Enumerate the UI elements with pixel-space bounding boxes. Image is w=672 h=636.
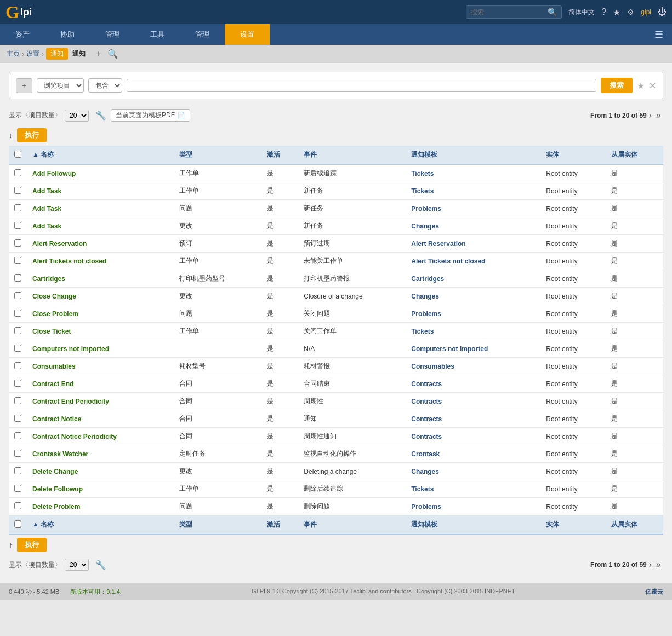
select-all-checkbox-footer[interactable] <box>14 520 21 528</box>
browse-field-select[interactable]: 浏览项目 <box>37 78 84 93</box>
row-name-0[interactable]: Add Followup <box>27 164 174 182</box>
row-name-8[interactable]: Close Problem <box>27 305 174 323</box>
row-name-2[interactable]: Add Task <box>27 200 174 217</box>
nav-manage[interactable]: 管理 <box>90 24 135 45</box>
global-search-button[interactable]: 🔍 <box>548 8 557 16</box>
col-entity-footer[interactable]: 实体 <box>540 515 606 535</box>
row-cb-19[interactable] <box>14 502 21 509</box>
nav-assist[interactable]: 协助 <box>45 24 90 45</box>
nav-settings[interactable]: 设置 <box>225 24 270 45</box>
search-text-input[interactable] <box>127 79 596 92</box>
row-name-17[interactable]: Delete Change <box>27 463 174 480</box>
col-event-footer[interactable]: 事件 <box>298 515 406 535</box>
execute-button-bottom[interactable]: 执行 <box>17 538 47 552</box>
row-name-16[interactable]: Crontask Watcher <box>27 445 174 463</box>
select-all-checkbox[interactable] <box>14 151 21 158</box>
row-name-14[interactable]: Contract Notice <box>27 410 174 428</box>
row-checkbox-1[interactable] <box>9 182 27 200</box>
row-name-19[interactable]: Delete Problem <box>27 498 174 515</box>
breadcrumb-home[interactable]: 主页 <box>7 49 20 59</box>
search-submit-button[interactable]: 搜索 <box>601 78 633 93</box>
nav-assets[interactable]: 资产 <box>0 24 45 45</box>
row-checkbox-16[interactable] <box>9 445 27 463</box>
col-active[interactable]: 激活 <box>261 146 299 164</box>
row-cb-12[interactable] <box>14 380 21 387</box>
col-event[interactable]: 事件 <box>298 146 406 164</box>
breadcrumb-notifications[interactable]: 通知 <box>46 48 68 60</box>
row-cb-16[interactable] <box>14 450 21 457</box>
select-all-footer[interactable] <box>9 515 27 535</box>
settings-gear-icon[interactable]: ⚙ <box>627 8 634 16</box>
row-name-12[interactable]: Contract End <box>27 375 174 393</box>
row-template-4[interactable]: Alert Reservation <box>406 235 540 253</box>
row-template-6[interactable]: Cartridges <box>406 270 540 288</box>
col-active-footer[interactable]: 激活 <box>261 515 299 535</box>
col-template-footer[interactable]: 通知模板 <box>406 515 540 535</box>
col-inherit-footer[interactable]: 从属实体 <box>606 515 663 535</box>
row-template-15[interactable]: Contracts <box>406 428 540 445</box>
row-cb-11[interactable] <box>14 362 21 369</box>
add-filter-button[interactable]: ＋ <box>16 78 32 93</box>
row-checkbox-11[interactable] <box>9 358 27 375</box>
global-search-input[interactable] <box>471 8 548 16</box>
row-checkbox-12[interactable] <box>9 375 27 393</box>
row-checkbox-14[interactable] <box>9 410 27 428</box>
last-page-button-bottom[interactable]: » <box>654 560 663 570</box>
breadcrumb-settings[interactable]: 设置 <box>26 49 39 59</box>
row-name-15[interactable]: Contract Notice Periodicity <box>27 428 174 445</box>
user-label[interactable]: glpi <box>641 8 651 16</box>
row-template-13[interactable]: Contracts <box>406 393 540 410</box>
col-entity[interactable]: 实体 <box>540 146 606 164</box>
row-checkbox-13[interactable] <box>9 393 27 410</box>
row-name-4[interactable]: Alert Reservation <box>27 235 174 253</box>
row-name-11[interactable]: Consumables <box>27 358 174 375</box>
row-checkbox-2[interactable] <box>9 200 27 217</box>
next-page-button-bottom[interactable]: › <box>647 560 654 570</box>
row-checkbox-6[interactable] <box>9 270 27 288</box>
row-name-13[interactable]: Contract End Periodicity <box>27 393 174 410</box>
row-template-14[interactable]: Contracts <box>406 410 540 428</box>
row-cb-2[interactable] <box>14 204 21 211</box>
row-template-17[interactable]: Changes <box>406 463 540 480</box>
col-type-footer[interactable]: 类型 <box>174 515 261 535</box>
row-cb-5[interactable] <box>14 257 21 264</box>
row-cb-0[interactable] <box>14 169 21 176</box>
power-icon[interactable]: ⏻ <box>658 7 667 17</box>
favorites-icon[interactable]: ★ <box>613 7 620 18</box>
row-checkbox-10[interactable] <box>9 340 27 358</box>
col-template[interactable]: 通知模板 <box>406 146 540 164</box>
row-cb-9[interactable] <box>14 327 21 334</box>
table-settings-icon-bottom[interactable]: 🔧 <box>95 560 106 570</box>
contains-select[interactable]: 包含 <box>88 78 122 93</box>
row-checkbox-4[interactable] <box>9 235 27 253</box>
row-checkbox-18[interactable] <box>9 480 27 498</box>
row-checkbox-3[interactable] <box>9 217 27 235</box>
row-name-18[interactable]: Delete Followup <box>27 480 174 498</box>
row-cb-13[interactable] <box>14 397 21 404</box>
row-template-3[interactable]: Changes <box>406 217 540 235</box>
pdf-export-button[interactable]: 当前页面为模板PDF 📄 <box>111 109 190 122</box>
row-template-16[interactable]: Crontask <box>406 445 540 463</box>
row-cb-18[interactable] <box>14 485 21 492</box>
row-name-5[interactable]: Alert Tickets not closed <box>27 253 174 270</box>
row-checkbox-5[interactable] <box>9 253 27 270</box>
row-template-11[interactable]: Consumables <box>406 358 540 375</box>
global-search-box[interactable]: 🔍 <box>466 5 562 19</box>
row-checkbox-15[interactable] <box>9 428 27 445</box>
row-template-2[interactable]: Problems <box>406 200 540 217</box>
row-template-0[interactable]: Tickets <box>406 164 540 182</box>
row-cb-6[interactable] <box>14 274 21 282</box>
row-template-18[interactable]: Tickets <box>406 480 540 498</box>
row-checkbox-17[interactable] <box>9 463 27 480</box>
row-checkbox-7[interactable] <box>9 288 27 305</box>
col-name[interactable]: ▲ 名称 <box>27 146 174 164</box>
row-cb-10[interactable] <box>14 345 21 352</box>
col-name-footer[interactable]: ▲ 名称 <box>27 515 174 535</box>
help-icon[interactable]: ? <box>601 7 606 17</box>
row-checkbox-19[interactable] <box>9 498 27 515</box>
row-cb-17[interactable] <box>14 467 21 474</box>
row-cb-1[interactable] <box>14 187 21 194</box>
row-template-9[interactable]: Tickets <box>406 323 540 340</box>
row-cb-8[interactable] <box>14 310 21 317</box>
table-settings-icon[interactable]: 🔧 <box>95 110 106 121</box>
